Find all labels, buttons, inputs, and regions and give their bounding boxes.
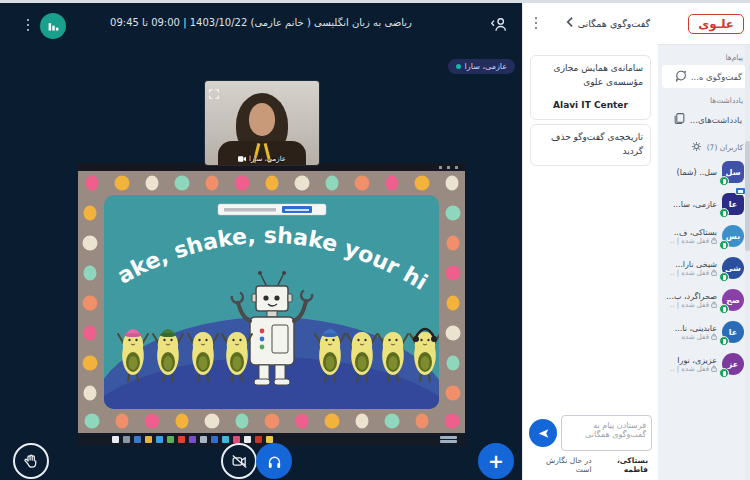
user-list-item[interactable]: عا عابدینی، نا... قفل شده — [658, 316, 750, 348]
options-kebab-icon[interactable] — [23, 15, 33, 35]
message-sender: Alavi IT Center — [538, 99, 643, 113]
person-chevron-icon — [488, 14, 510, 34]
bar-chart-icon — [47, 20, 60, 33]
user-status: قفل شده | .. — [670, 365, 717, 373]
shared-slide: Shake, shake, shake your hips — [78, 171, 465, 433]
mobile-badge-icon — [719, 336, 729, 346]
chat-composer — [523, 413, 658, 453]
camera-off-button[interactable] — [221, 443, 257, 479]
presenter-name-pill: عازمی، سارا — [448, 59, 515, 74]
system-message-card: تاریخچه‌ی گفت‌وگو حذف گردید — [530, 124, 651, 166]
chat-title: گفت‌وگوی همگانی — [578, 18, 650, 29]
welcome-message-card: سامانه‌ی همایش مجازی مؤسسه‌ی علوی Alavi … — [530, 55, 651, 120]
avatar: عا — [722, 193, 744, 215]
chat-header: گفت‌وگوی همگانی — [523, 3, 658, 43]
mobile-badge-icon — [719, 240, 729, 250]
typing-indicator: بستاکی، فاطمهدر حال نگارش است — [523, 453, 658, 480]
lock-icon — [711, 333, 717, 340]
chat-bubble-icon — [674, 69, 687, 84]
manage-users-gear-icon[interactable] — [691, 141, 702, 154]
messages-section-label: پیام‌ها — [665, 53, 743, 62]
raise-hand-button[interactable] — [13, 443, 49, 479]
sidebar-item-shared-notes[interactable]: یادداشت‌های... — [662, 108, 746, 131]
raised-hand-icon — [23, 453, 40, 470]
avatar: عز — [722, 353, 744, 375]
avatar: عا — [722, 321, 744, 343]
shared-notes-label: یادداشت‌های... — [690, 115, 742, 125]
screenshare-view: Shake, shake, shake your hips — [78, 163, 465, 446]
brand-row: علـوی — [658, 3, 750, 45]
activity-chart-button[interactable] — [40, 13, 66, 39]
user-status: قفل شده — [675, 333, 717, 341]
avatar: بس — [722, 225, 744, 247]
public-chat-label: گفت‌وگوی ه... — [691, 72, 742, 82]
chat-options-kebab-icon[interactable] — [531, 13, 541, 33]
send-message-button[interactable] — [529, 419, 557, 447]
plus-icon: + — [488, 452, 504, 471]
taskbar-tray — [440, 436, 457, 443]
mobile-badge-icon — [719, 208, 729, 218]
webcam-name-label: عازمی، سارا — [205, 155, 319, 163]
mobile-badge-icon — [719, 272, 729, 282]
user-list-item[interactable]: عز عزیزی، نورا قفل شده | .. — [658, 348, 750, 380]
user-list-item[interactable]: شی شیخی نارا... قفل شده | .. — [658, 252, 750, 284]
mobile-badge-icon — [719, 368, 729, 378]
mobile-badge-icon — [719, 304, 729, 314]
presence-dot — [456, 64, 461, 69]
meeting-title: ریاضی به زبان انگلیسی ( خانم عازمی) 1403… — [110, 17, 412, 28]
lock-icon — [711, 301, 717, 308]
find-bar — [218, 204, 326, 215]
user-list-item[interactable]: صح صحراگرد، ب... قفل شده | .. — [658, 284, 750, 316]
lock-icon — [711, 269, 717, 276]
notes-icon — [673, 112, 686, 127]
audio-button[interactable] — [256, 443, 292, 479]
chat-message-input[interactable] — [561, 415, 652, 451]
avatar: صح — [722, 289, 744, 311]
users-section-header: کاربران (7) — [662, 141, 746, 154]
lock-icon — [711, 365, 717, 372]
expand-webcam-icon[interactable] — [209, 84, 219, 103]
slide-artwork: Shake, shake, shake your hips — [78, 171, 465, 433]
user-list-item[interactable]: عا عازمی، سا... — [658, 188, 750, 220]
main-stage: ریاضی به زبان انگلیسی ( خانم عازمی) 1403… — [0, 3, 522, 480]
meeting-app: علـوی پیام‌ها گفت‌وگوی ه... یادداشت‌ها ی… — [0, 3, 750, 480]
sidebar-item-public-chat[interactable]: گفت‌وگوی ه... — [662, 65, 746, 88]
user-status: قفل شده | .. — [666, 301, 717, 309]
camera-icon — [238, 156, 246, 162]
webcam-tile[interactable]: عازمی، سارا — [205, 81, 319, 165]
notes-section-label: یادداشت‌ها — [665, 96, 743, 105]
user-list-item[interactable]: بس بستاکی، ف.. قفل شده | .. — [658, 220, 750, 252]
mobile-badge-icon — [719, 176, 729, 186]
user-list-item[interactable]: سل سل.. (شما) — [658, 156, 750, 188]
send-icon — [537, 427, 550, 440]
nav-sidebar: علـوی پیام‌ها گفت‌وگوی ه... یادداشت‌ها ی… — [658, 3, 750, 480]
avatar: شی — [722, 257, 744, 279]
headphones-icon — [266, 453, 283, 470]
brand-logo: علـوی — [688, 14, 744, 34]
participants-toggle-button[interactable] — [488, 14, 510, 38]
user-status: قفل شده | .. — [670, 269, 717, 277]
user-list: سل سل.. (شما) عا عازمی، سا... بس بستاکی،… — [658, 156, 750, 480]
sidebar-scrollbar[interactable] — [745, 45, 750, 480]
public-chat-panel: گفت‌وگوی همگانی سامانه‌ی همایش مجازی مؤس… — [522, 3, 658, 480]
avatar: سل — [722, 161, 744, 183]
lock-icon — [711, 237, 717, 244]
user-status: قفل شده | .. — [670, 237, 717, 245]
camera-off-icon — [231, 453, 248, 470]
chat-messages: سامانه‌ی همایش مجازی مؤسسه‌ی علوی Alavi … — [523, 43, 658, 413]
scrollbar-thumb[interactable] — [745, 141, 750, 251]
add-action-button[interactable]: + — [478, 443, 514, 479]
users-count-label: کاربران (7) — [707, 143, 743, 152]
chat-back-chevron-icon[interactable] — [565, 16, 574, 30]
